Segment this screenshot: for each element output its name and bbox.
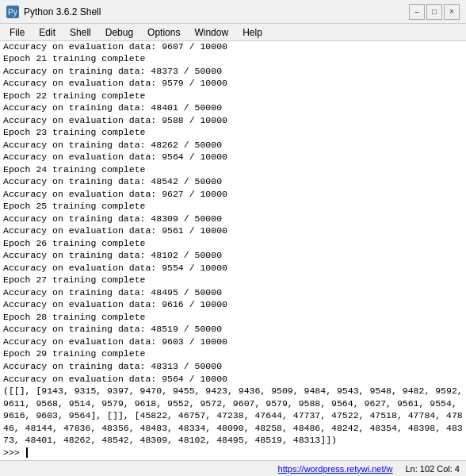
shell-line: Accuracy on evaluation data: 9564 / 1000… <box>3 373 463 386</box>
menu-file[interactable]: File <box>3 25 31 40</box>
cursor <box>26 447 28 458</box>
shell-line: Epoch 21 training complete <box>3 52 463 65</box>
status-bar: https://wordpress.retywi.net/w Ln: 102 C… <box>0 460 466 476</box>
title-bar: Py Python 3.6.2 Shell – □ × <box>0 0 466 24</box>
shell-line: Accuracy on training data: 48542 / 50000 <box>3 175 463 188</box>
shell-output[interactable]: Epoch 19 training completeAccuracy on tr… <box>0 41 466 460</box>
menu-options[interactable]: Options <box>141 25 186 40</box>
menu-bar: File Edit Shell Debug Options Window Hel… <box>0 24 466 41</box>
shell-line: Accuracy on evaluation data: 9603 / 1000… <box>3 336 463 348</box>
shell-line: Accuracy on training data: 48373 / 50000 <box>3 65 463 78</box>
shell-line: ([[], [9143, 9315, 9397, 9470, 9455, 942… <box>3 385 463 447</box>
shell-line: Accuracy on training data: 48313 / 50000 <box>3 360 463 373</box>
menu-debug[interactable]: Debug <box>99 25 139 40</box>
shell-line: Epoch 29 training complete <box>3 347 463 360</box>
shell-line: Epoch 22 training complete <box>3 90 463 102</box>
window-title: Python 3.6.2 Shell <box>24 6 409 17</box>
shell-line: >>> <box>3 447 463 459</box>
ln-col-indicator: Ln: 102 Col: 4 <box>406 464 460 474</box>
svg-text:Py: Py <box>8 8 17 17</box>
shell-line: Accuracy on training data: 48495 / 50000 <box>3 286 463 299</box>
shell-line: Accuracy on evaluation data: 9607 / 1000… <box>3 41 463 52</box>
window-controls: – □ × <box>409 4 460 20</box>
shell-line: Accuracy on evaluation data: 9588 / 1000… <box>3 114 463 127</box>
maximize-button[interactable]: □ <box>426 4 442 20</box>
menu-help[interactable]: Help <box>236 25 269 40</box>
shell-prompt[interactable]: >>> <box>3 447 25 458</box>
shell-line: Epoch 24 training complete <box>3 163 463 176</box>
shell-line: Epoch 26 training complete <box>3 237 463 250</box>
menu-window[interactable]: Window <box>188 25 235 40</box>
shell-line: Accuracy on evaluation data: 9554 / 1000… <box>3 262 463 274</box>
shell-line: Epoch 28 training complete <box>3 311 463 324</box>
shell-line: Accuracy on evaluation data: 9616 / 1000… <box>3 298 463 311</box>
shell-line: Epoch 27 training complete <box>3 274 463 286</box>
menu-shell[interactable]: Shell <box>63 25 97 40</box>
shell-line: Accuracy on training data: 48401 / 50000 <box>3 102 463 114</box>
python-icon: Py <box>6 6 19 18</box>
shell-line: Accuracy on evaluation data: 9579 / 1000… <box>3 77 463 90</box>
shell-line: Accuracy on training data: 48262 / 50000 <box>3 139 463 152</box>
minimize-button[interactable]: – <box>409 4 425 20</box>
menu-edit[interactable]: Edit <box>32 25 62 40</box>
shell-line: Accuracy on training data: 48309 / 50000 <box>3 213 463 225</box>
shell-line: Epoch 23 training complete <box>3 126 463 139</box>
shell-line: Epoch 25 training complete <box>3 200 463 213</box>
shell-line: Accuracy on evaluation data: 9627 / 1000… <box>3 188 463 201</box>
status-link: https://wordpress.retywi.net/w <box>278 464 393 474</box>
shell-line: Accuracy on evaluation data: 9561 / 1000… <box>3 225 463 237</box>
shell-line: Accuracy on training data: 48102 / 50000 <box>3 249 463 262</box>
shell-line: Accuracy on training data: 48519 / 50000 <box>3 323 463 336</box>
close-button[interactable]: × <box>444 4 460 20</box>
shell-line: Accuracy on evaluation data: 9564 / 1000… <box>3 151 463 163</box>
